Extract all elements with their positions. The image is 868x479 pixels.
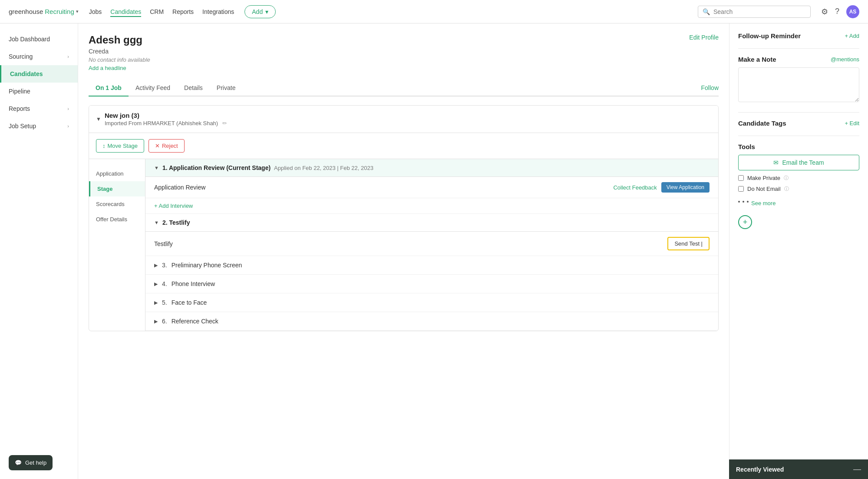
- logo[interactable]: greenhouse Recruiting ▾: [9, 8, 79, 15]
- chevron-down-icon: ▾: [265, 8, 268, 15]
- stage4-row[interactable]: ▶ 4. Phone Interview: [145, 275, 718, 293]
- note-textarea[interactable]: [738, 67, 859, 102]
- stage6-num: 6.: [162, 318, 167, 325]
- job-header: ▼ New jon (3) Imported From HRMARKET (Ab…: [89, 106, 718, 133]
- do-not-email-row: Do Not Email ⓘ: [738, 186, 859, 192]
- email-icon: ✉: [773, 159, 779, 166]
- dot-3: [747, 201, 749, 203]
- candidate-company: Creeda: [89, 48, 150, 55]
- follow-link[interactable]: Follow: [701, 84, 719, 91]
- make-note-section: Make a Note @mentions: [738, 56, 859, 103]
- tab-list: On 1 Job Activity Feed Details Private: [89, 80, 242, 96]
- chevron-right-icon: ›: [67, 54, 69, 59]
- sidebar-item-label: Job Setup: [9, 123, 36, 130]
- add-headline[interactable]: Add a headline: [89, 65, 150, 71]
- divider-2: [738, 112, 859, 113]
- tab-activity-feed[interactable]: Activity Feed: [129, 80, 177, 96]
- sidebar-item-job-dashboard[interactable]: Job Dashboard: [0, 30, 78, 48]
- sidebar-item-sourcing[interactable]: Sourcing ›: [0, 48, 78, 65]
- get-help-button[interactable]: 💬 Get help: [9, 455, 53, 470]
- stage1-header: ▼ 1. Application Review (Current Stage) …: [145, 159, 718, 177]
- do-not-email-checkbox[interactable]: [738, 186, 744, 192]
- email-team-button[interactable]: ✉ Email the Team: [738, 155, 859, 170]
- sidebar-item-pipeline[interactable]: Pipeline: [0, 83, 78, 100]
- collapse-stage2-icon[interactable]: ▼: [154, 220, 159, 225]
- sidebar-item-reports[interactable]: Reports ›: [0, 100, 78, 117]
- logo-chevron-icon[interactable]: ▾: [76, 9, 79, 14]
- collapse-stage1-icon[interactable]: ▼: [154, 165, 159, 170]
- edit-profile-link[interactable]: Edit Profile: [689, 34, 719, 41]
- add-interview-link[interactable]: + Add Interview: [145, 198, 718, 214]
- move-stage-button[interactable]: ↕ Move Stage: [96, 139, 144, 153]
- sidebar-item-job-setup[interactable]: Job Setup ›: [0, 117, 78, 135]
- add-button[interactable]: Add ▾: [244, 5, 276, 18]
- add-reminder-link[interactable]: + Add: [845, 33, 859, 39]
- get-help-label: Get help: [25, 459, 46, 466]
- collapse-icon[interactable]: ▼: [96, 116, 101, 122]
- tools-header: Tools: [738, 143, 859, 150]
- tools-title: Tools: [738, 143, 755, 150]
- stage3-row[interactable]: ▶ 3. Preliminary Phone Screen: [145, 256, 718, 275]
- mentions-link[interactable]: @mentions: [831, 56, 859, 63]
- right-panel: Follow-up Reminder + Add Make a Note @me…: [729, 23, 868, 479]
- stage1-item-actions: Collect Feedback View Application: [613, 182, 710, 193]
- send-test-button[interactable]: Send Test |: [667, 237, 710, 250]
- nav-candidates[interactable]: Candidates: [110, 7, 141, 17]
- sidebar-item-candidates[interactable]: Candidates: [0, 65, 78, 83]
- stage6-row[interactable]: ▶ 6. Reference Check: [145, 312, 718, 331]
- tools-section: Tools ✉ Email the Team Make Private ⓘ Do…: [738, 143, 859, 206]
- x-icon: ✕: [155, 143, 160, 149]
- make-private-row: Make Private ⓘ: [738, 175, 859, 181]
- tab-details[interactable]: Details: [177, 80, 210, 96]
- help-icon[interactable]: ?: [835, 7, 839, 16]
- view-application-button[interactable]: View Application: [661, 182, 710, 193]
- top-nav: greenhouse Recruiting ▾ Jobs Candidates …: [0, 0, 868, 23]
- edit-tags-link[interactable]: + Edit: [845, 120, 859, 126]
- stage-nav-scorecards[interactable]: Scorecards: [89, 196, 145, 212]
- reject-button[interactable]: ✕ Reject: [149, 139, 185, 153]
- nav-integrations[interactable]: Integrations: [202, 7, 234, 17]
- settings-icon[interactable]: ⚙: [821, 7, 828, 17]
- get-help-icon: 💬: [15, 459, 22, 466]
- sidebar-item-label: Job Dashboard: [9, 36, 50, 43]
- stage-nav-application[interactable]: Application: [89, 166, 145, 181]
- edit-icon[interactable]: ✏: [222, 120, 227, 126]
- action-bar: ↕ Move Stage ✕ Reject: [89, 133, 718, 159]
- make-private-info-icon[interactable]: ⓘ: [784, 175, 789, 181]
- stage2-title: 2. Testlify: [162, 219, 190, 226]
- stage-nav-offer-details[interactable]: Offer Details: [89, 212, 145, 227]
- nav-crm[interactable]: CRM: [150, 7, 164, 17]
- search-bar: 🔍: [698, 6, 811, 18]
- stage4-title: Phone Interview: [172, 280, 215, 287]
- logo-greenhouse: greenhouse: [9, 8, 43, 15]
- tab-private[interactable]: Private: [210, 80, 243, 96]
- stage-nav-stage[interactable]: Stage: [89, 181, 145, 196]
- make-note-header: Make a Note @mentions: [738, 56, 859, 63]
- make-private-checkbox[interactable]: [738, 175, 744, 181]
- nav-reports[interactable]: Reports: [172, 7, 194, 17]
- see-more-link[interactable]: See more: [751, 200, 776, 206]
- sidebar: Job Dashboard Sourcing › Candidates Pipe…: [0, 23, 78, 479]
- expand-stage5-icon: ▶: [154, 300, 158, 306]
- dots-row: See more: [738, 196, 859, 206]
- job-title: New jon (3): [105, 112, 227, 119]
- nav-jobs[interactable]: Jobs: [89, 7, 102, 17]
- do-not-email-info-icon[interactable]: ⓘ: [784, 186, 789, 192]
- chevron-right-icon: ›: [67, 123, 69, 129]
- avatar[interactable]: AS: [846, 5, 859, 18]
- search-input[interactable]: [713, 8, 806, 15]
- stage2-header: ▼ 2. Testlify: [145, 214, 718, 232]
- stage5-row[interactable]: ▶ 5. Face to Face: [145, 293, 718, 312]
- recently-viewed-close-icon[interactable]: —: [853, 465, 861, 474]
- candidate-tags-title: Candidate Tags: [738, 120, 786, 127]
- add-tools-button[interactable]: +: [738, 215, 752, 229]
- make-note-title: Make a Note: [738, 56, 776, 63]
- do-not-email-label: Do Not Email: [747, 186, 781, 192]
- tab-on-1-job[interactable]: On 1 Job: [89, 80, 129, 96]
- stage1-title: 1. Application Review (Current Stage): [162, 164, 271, 171]
- expand-stage6-icon: ▶: [154, 319, 158, 324]
- stage-layout: Application Stage Scorecards Offer Detai…: [89, 159, 718, 331]
- collect-feedback-link[interactable]: Collect Feedback: [613, 184, 657, 191]
- divider-3: [738, 136, 859, 136]
- candidate-info: Adesh ggg Creeda No contact info availab…: [89, 34, 150, 71]
